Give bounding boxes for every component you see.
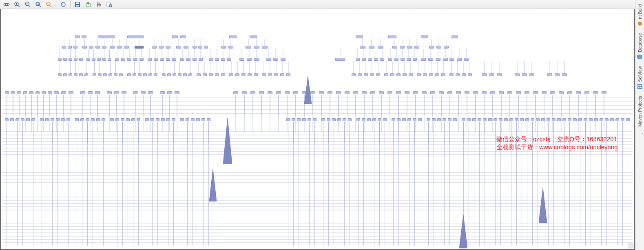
diagram-node[interactable] xyxy=(172,58,176,61)
diagram-node[interactable] xyxy=(352,73,356,76)
diagram-node[interactable] xyxy=(336,91,341,94)
tab-database[interactable]: Database xyxy=(636,30,644,63)
diagram-node[interactable] xyxy=(26,118,30,121)
diagram-node[interactable] xyxy=(380,58,384,61)
diagram-node[interactable] xyxy=(405,91,409,94)
diagram-node[interactable] xyxy=(533,91,538,94)
diagram-node[interactable] xyxy=(374,58,378,61)
diagram-node[interactable] xyxy=(197,73,201,76)
diagram-node[interactable] xyxy=(387,91,392,94)
diagram-node[interactable] xyxy=(150,118,154,121)
diagram-node[interactable] xyxy=(292,118,295,121)
diagram-node[interactable] xyxy=(73,46,77,49)
diagram-node[interactable] xyxy=(259,91,264,94)
diagram-node[interactable] xyxy=(313,118,316,121)
diagram-node[interactable] xyxy=(550,91,555,94)
diagram-node[interactable] xyxy=(203,73,207,76)
diagram-node[interactable] xyxy=(396,91,401,94)
tab-maven[interactable]: Maven Projects xyxy=(636,93,644,137)
diagram-node[interactable] xyxy=(584,118,587,121)
diagram-node[interactable] xyxy=(465,91,469,94)
diagram-node[interactable] xyxy=(68,46,72,49)
diagram-node[interactable] xyxy=(148,73,152,76)
diagram-node[interactable] xyxy=(145,118,149,121)
diagram-node[interactable] xyxy=(370,91,375,94)
diagram-node[interactable] xyxy=(5,118,9,121)
diagram-node[interactable] xyxy=(95,46,100,49)
diagram-node[interactable] xyxy=(79,58,83,61)
diagram-node[interactable] xyxy=(133,91,138,94)
diagram-node[interactable] xyxy=(273,58,278,61)
diagram-node[interactable] xyxy=(131,118,135,121)
diagram-node[interactable] xyxy=(516,91,521,94)
diagram-node[interactable] xyxy=(135,46,144,49)
diagram-node[interactable] xyxy=(102,118,105,121)
diagram-node[interactable] xyxy=(180,58,184,61)
diagram-node[interactable] xyxy=(199,58,203,61)
diagram-node[interactable] xyxy=(447,91,452,94)
diagram-node[interactable] xyxy=(266,58,271,61)
diagram-node[interactable] xyxy=(409,73,413,76)
diagram-node[interactable] xyxy=(515,118,518,121)
diagram-node[interactable] xyxy=(504,118,508,121)
diagram-node[interactable] xyxy=(248,73,252,76)
diagram-node[interactable] xyxy=(396,73,401,76)
diagram-node[interactable] xyxy=(93,73,96,76)
diagram-node[interactable] xyxy=(143,73,147,76)
diagram-node[interactable] xyxy=(162,73,166,76)
diagram-node[interactable] xyxy=(356,118,360,121)
diagram-node[interactable] xyxy=(400,46,405,49)
diagram-node[interactable] xyxy=(193,46,197,49)
diagram-node[interactable] xyxy=(198,46,202,49)
diagram-node[interactable] xyxy=(166,118,170,121)
diagram-node[interactable] xyxy=(35,91,40,94)
diagram-node[interactable] xyxy=(178,73,181,76)
diagram-node[interactable] xyxy=(121,58,125,61)
diagram-node[interactable] xyxy=(422,91,427,94)
diagram-node[interactable] xyxy=(229,35,237,38)
diagram-node[interactable] xyxy=(54,91,59,94)
diagram-node[interactable] xyxy=(367,118,371,121)
diagram-node[interactable] xyxy=(86,58,90,61)
diagram-node[interactable] xyxy=(228,46,233,49)
diagram-node[interactable] xyxy=(302,118,306,121)
diagram-node[interactable] xyxy=(254,58,259,61)
diagram-node[interactable] xyxy=(384,73,388,76)
diagram-node[interactable] xyxy=(180,35,186,38)
diagram-node[interactable] xyxy=(372,118,376,121)
diagram-node[interactable] xyxy=(88,91,93,94)
diagram-node[interactable] xyxy=(98,73,102,76)
diagram-node[interactable] xyxy=(525,118,529,121)
diagram-node[interactable] xyxy=(154,73,157,76)
diagram-node[interactable] xyxy=(557,118,561,121)
diagram-node[interactable] xyxy=(531,118,534,121)
save-button[interactable] xyxy=(73,1,82,8)
diagram-node[interactable] xyxy=(369,46,374,49)
diagram-node[interactable] xyxy=(390,73,394,76)
diagram-node[interactable] xyxy=(499,91,504,94)
diagram-node[interactable] xyxy=(241,73,246,76)
diagram-node[interactable] xyxy=(79,73,83,76)
diagram-node[interactable] xyxy=(250,91,255,94)
diagram-node[interactable] xyxy=(117,46,122,49)
diagram-node[interactable] xyxy=(443,118,446,121)
diagram-node[interactable] xyxy=(58,58,62,61)
diagram-node[interactable] xyxy=(127,35,144,38)
diagram-node[interactable] xyxy=(547,73,552,76)
diagram-node[interactable] xyxy=(462,118,465,121)
diagram-node[interactable] xyxy=(348,118,352,121)
diagram-node[interactable] xyxy=(97,58,101,61)
print-button[interactable] xyxy=(94,1,104,8)
diagram-node[interactable] xyxy=(488,118,492,121)
diagram-node[interactable] xyxy=(69,73,72,76)
diagram-node[interactable] xyxy=(308,118,311,121)
diagram-node[interactable] xyxy=(160,91,165,94)
diagram-node[interactable] xyxy=(328,91,332,94)
diagram-node[interactable] xyxy=(456,73,460,76)
diagram-node[interactable] xyxy=(5,91,9,94)
diagram-node[interactable] xyxy=(392,46,397,49)
diagram-node[interactable] xyxy=(133,58,137,61)
diagram-node[interactable] xyxy=(490,91,495,94)
diagram-node[interactable] xyxy=(108,58,111,61)
diagram-node[interactable] xyxy=(439,91,444,94)
